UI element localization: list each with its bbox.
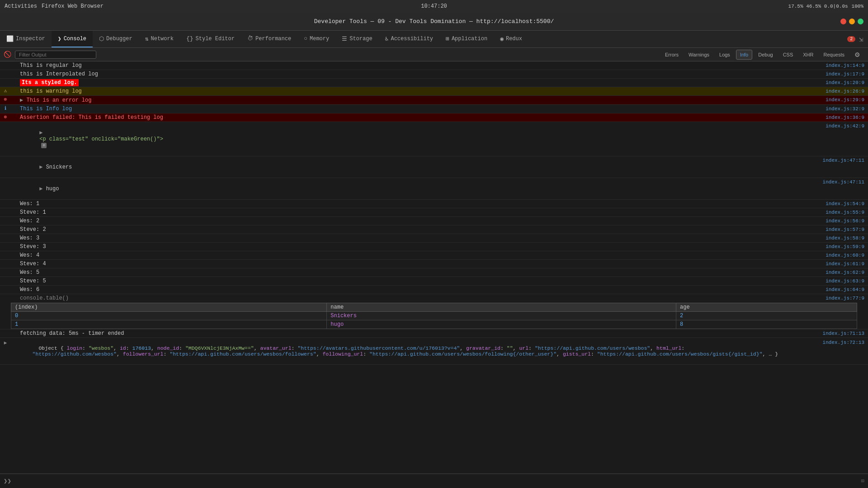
style-editor-icon: {} — [186, 35, 193, 42]
log-source[interactable]: index.js:36:9 — [814, 114, 868, 121]
log-source[interactable]: index.js:63:9 — [814, 277, 868, 285]
log-source[interactable]: index.js:14:9 — [814, 62, 868, 69]
console-input-right-icon[interactable]: ⊞ — [861, 478, 864, 484]
table-cell-age: 2 — [676, 312, 857, 320]
expand-object-arrow[interactable]: ▶ — [4, 340, 7, 346]
log-source[interactable]: index.js:26:9 — [814, 88, 868, 95]
filter-input[interactable] — [15, 51, 96, 59]
tab-console[interactable]: ❯ Console — [52, 31, 93, 47]
errors-filter-btn[interactable]: Errors — [661, 50, 683, 60]
log-assertion: ⊗ Assertion failed: This is failed testi… — [0, 113, 868, 122]
expand-hugo-arrow[interactable]: ▶ — [39, 186, 42, 192]
tab-network[interactable]: ⇅ Network — [139, 31, 180, 47]
close-button[interactable] — [840, 19, 846, 24]
log-source[interactable]: index.js:17:9 — [814, 70, 868, 78]
warnings-filter-btn[interactable]: Warnings — [684, 50, 713, 60]
log-source[interactable]: index.js:72:13 — [814, 339, 868, 346]
tab-debugger[interactable]: ⬡ Debugger — [93, 31, 139, 47]
expand-icon[interactable]: ⇲ — [859, 35, 863, 44]
log-source[interactable]: index.js:71:13 — [814, 330, 868, 337]
tab-storage[interactable]: ☰ Storage — [335, 31, 378, 47]
performance-icon: ⏱ — [247, 35, 253, 42]
minimize-button[interactable] — [849, 19, 855, 24]
log-text: This is Info log — [9, 105, 814, 113]
log-fetching: fetching data: 5ms - timer ended index.j… — [0, 329, 868, 338]
log-source[interactable]: index.js:61:9 — [814, 260, 868, 267]
activities-label[interactable]: Activities — [5, 3, 37, 9]
info-filter-btn[interactable]: Info — [736, 50, 752, 60]
xhr-filter-btn[interactable]: XHR — [799, 50, 817, 60]
log-wes6: Wes: 6 index.js:64:9 — [0, 286, 868, 294]
os-bar-right: 17.5% 46.5% 0.0|0.0s 100% — [788, 4, 863, 9]
log-source[interactable]: index.js:77:9 — [814, 295, 868, 302]
log-source[interactable]: index.js:60:9 — [814, 252, 868, 259]
css-filter-btn[interactable]: CSS — [779, 50, 797, 60]
expand-snickers-arrow[interactable]: ▶ — [39, 164, 42, 170]
tab-style-editor[interactable]: {} Style Editor — [180, 31, 241, 47]
log-source[interactable]: index.js:59:9 — [814, 243, 868, 250]
clear-console-icon[interactable]: 🚫 — [4, 51, 11, 58]
tab-redux[interactable]: ◉ Redux — [494, 31, 528, 47]
log-steve5: Steve: 5 index.js:63:9 — [0, 277, 868, 286]
log-source[interactable]: index.js:64:9 — [814, 286, 868, 293]
os-stats: 17.5% 46.5% 0.0|0.0s — [788, 4, 848, 9]
log-text: This is regular log — [9, 62, 814, 69]
filter-buttons: Errors Warnings Logs Info Debug CSS XHR … — [661, 50, 864, 60]
log-text: Wes: 1 — [9, 200, 814, 207]
log-source[interactable]: index.js:42:9 — [814, 122, 868, 130]
log-source[interactable]: index.js:54:9 — [814, 200, 868, 207]
log-source[interactable]: index.js:57:9 — [814, 226, 868, 233]
settings-filter-btn[interactable]: ⚙ — [850, 50, 864, 60]
console-table: (index) name age 0 Snickers 2 1 hugo 8 — [11, 303, 857, 329]
table-wrapper: (index) name age 0 Snickers 2 1 hugo 8 — [0, 303, 868, 329]
tab-debugger-label: Debugger — [106, 36, 132, 42]
tab-memory[interactable]: ○ Memory — [297, 31, 335, 47]
console-input[interactable] — [14, 478, 861, 484]
log-source[interactable]: index.js:55:9 — [814, 209, 868, 216]
log-text: Wes: 5 — [9, 269, 814, 276]
log-object-expanded: ▶ Object { login: "wesbos", id: 176013, … — [0, 338, 868, 365]
log-text: fetching data: 5ms - timer ended — [9, 330, 814, 337]
log-source[interactable]: index.js:32:9 — [814, 105, 868, 113]
dom-target-icon[interactable]: ⊙ — [41, 143, 47, 148]
os-bar: Activities Firefox Web Browser 10:47:20 … — [0, 0, 868, 13]
log-steve2: Steve: 2 index.js:57:9 — [0, 225, 868, 234]
table-cell-age: 8 — [676, 320, 857, 329]
browser-label[interactable]: Firefox Web Browser — [42, 3, 104, 9]
log-source[interactable]: index.js:47:11 — [814, 178, 868, 186]
log-text: console.table() — [9, 295, 814, 302]
log-source[interactable]: index.js:47:11 — [814, 157, 868, 164]
log-steve4: Steve: 4 index.js:61:9 — [0, 260, 868, 268]
tab-application[interactable]: ⊞ Application — [439, 31, 494, 47]
tab-performance-label: Performance — [255, 36, 291, 42]
tab-accessibility[interactable]: ♿ Accessibility — [379, 31, 439, 47]
logs-filter-btn[interactable]: Logs — [715, 50, 734, 60]
tab-accessibility-label: Accessibility — [391, 36, 433, 42]
styled-log-text: Its a styled log. — [20, 79, 79, 86]
log-error: ⊗ ▶ This is an error log index.js:29:9 — [0, 96, 868, 105]
tab-performance[interactable]: ⏱ Performance — [241, 31, 297, 47]
expand-dom-arrow[interactable]: ▶ — [39, 130, 42, 136]
log-object-hugo: ▶ hugo index.js:47:11 — [0, 178, 868, 200]
window-controls — [840, 19, 863, 24]
log-text: ▶ This is an error log — [9, 96, 814, 104]
tab-redux-label: Redux — [506, 36, 522, 42]
tab-inspector[interactable]: ⬜ Inspector — [0, 31, 52, 47]
tab-memory-label: Memory — [310, 36, 329, 42]
requests-filter-btn[interactable]: Requests — [820, 50, 849, 60]
debug-filter-btn[interactable]: Debug — [754, 50, 777, 60]
log-source[interactable]: index.js:29:9 — [814, 96, 868, 103]
log-text: Wes: 6 — [9, 286, 814, 293]
log-source[interactable]: index.js:20:9 — [814, 79, 868, 86]
log-source[interactable]: index.js:56:9 — [814, 217, 868, 225]
log-source[interactable]: index.js:62:9 — [814, 269, 868, 276]
expand-arrow[interactable]: ▶ — [20, 97, 23, 103]
error-icon: ⊗ — [0, 96, 9, 102]
log-text: Its a styled log. — [9, 79, 814, 86]
table-header-index: (index) — [11, 303, 327, 312]
maximize-button[interactable] — [858, 19, 863, 24]
log-source[interactable]: index.js:58:9 — [814, 235, 868, 242]
table-cell-index: 0 — [11, 312, 327, 320]
console-prompt: ❯❯ — [4, 477, 11, 485]
log-wes1: Wes: 1 index.js:54:9 — [0, 200, 868, 208]
